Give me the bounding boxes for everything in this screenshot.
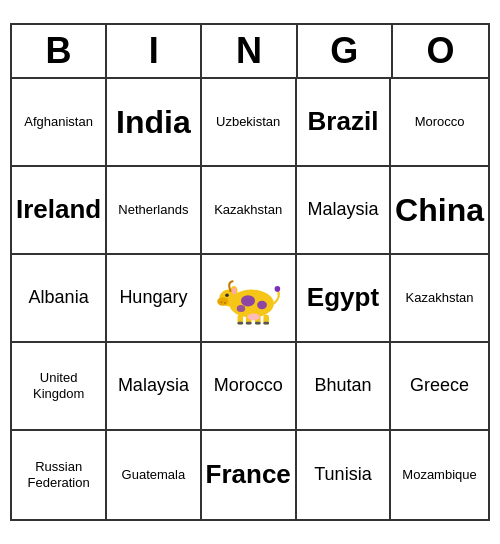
header-letter: B [12,25,107,77]
bingo-grid: AfghanistanIndiaUzbekistanBrazilMoroccoI… [12,79,488,519]
cell-label: Afghanistan [24,114,93,130]
cow-image [213,263,283,333]
svg-point-10 [224,302,226,304]
header-letter: N [202,25,297,77]
cell-label: Uzbekistan [216,114,280,130]
cell-label: Netherlands [118,202,188,218]
cell-label: Hungary [119,287,187,309]
svg-point-19 [275,286,281,292]
bingo-cell: Guatemala [107,431,201,519]
cell-label: Kazakhstan [406,290,474,306]
cell-label: Ireland [16,194,101,225]
bingo-cell: Uzbekistan [202,79,297,167]
svg-point-9 [221,301,223,303]
svg-point-3 [237,305,245,312]
cell-label: Albania [29,287,89,309]
cell-label: Bhutan [314,375,371,397]
cell-label: Guatemala [122,467,186,483]
bingo-cell: Afghanistan [12,79,107,167]
bingo-cell: Hungary [107,255,201,343]
svg-point-20 [247,313,260,320]
svg-point-6 [225,293,229,297]
bingo-cell: Bhutan [297,343,391,431]
svg-point-5 [217,297,228,305]
bingo-cell [202,255,297,343]
cell-label: Greece [410,375,469,397]
cell-label: Morocco [415,114,465,130]
bingo-cell: Kazakhstan [391,255,488,343]
bingo-card: BINGO AfghanistanIndiaUzbekistanBrazilMo… [10,23,490,521]
bingo-cell: Kazakhstan [202,167,297,255]
svg-rect-15 [238,322,244,325]
header-letter: G [298,25,393,77]
cell-label: Kazakhstan [214,202,282,218]
bingo-cell: Malaysia [107,343,201,431]
bingo-cell: Greece [391,343,488,431]
cell-label: United Kingdom [16,370,101,401]
cell-label: Russian Federation [16,459,101,490]
bingo-cell: Russian Federation [12,431,107,519]
svg-point-2 [257,301,267,309]
cell-label: Morocco [214,375,283,397]
bingo-cell: India [107,79,201,167]
svg-point-1 [241,295,255,306]
header-letter: O [393,25,488,77]
svg-rect-17 [255,322,261,325]
bingo-cell: China [391,167,488,255]
bingo-cell: Morocco [202,343,297,431]
bingo-cell: Ireland [12,167,107,255]
cell-label: France [206,459,291,490]
svg-point-8 [232,288,236,295]
svg-rect-18 [264,322,270,325]
cell-label: Malaysia [118,375,189,397]
bingo-header: BINGO [12,25,488,79]
bingo-cell: Egypt [297,255,391,343]
cell-label: Brazil [308,106,379,137]
bingo-cell: Albania [12,255,107,343]
bingo-cell: Netherlands [107,167,201,255]
cell-label: Tunisia [314,464,371,486]
cell-label: Mozambique [402,467,476,483]
header-letter: I [107,25,202,77]
bingo-cell: Mozambique [391,431,488,519]
cell-label: India [116,103,191,141]
bingo-cell: United Kingdom [12,343,107,431]
bingo-cell: Malaysia [297,167,391,255]
bingo-cell: Tunisia [297,431,391,519]
cell-label: China [395,191,484,229]
cell-label: Egypt [307,282,379,313]
cell-label: Malaysia [307,199,378,221]
svg-rect-16 [246,322,252,325]
bingo-cell: France [202,431,297,519]
bingo-cell: Morocco [391,79,488,167]
bingo-cell: Brazil [297,79,391,167]
